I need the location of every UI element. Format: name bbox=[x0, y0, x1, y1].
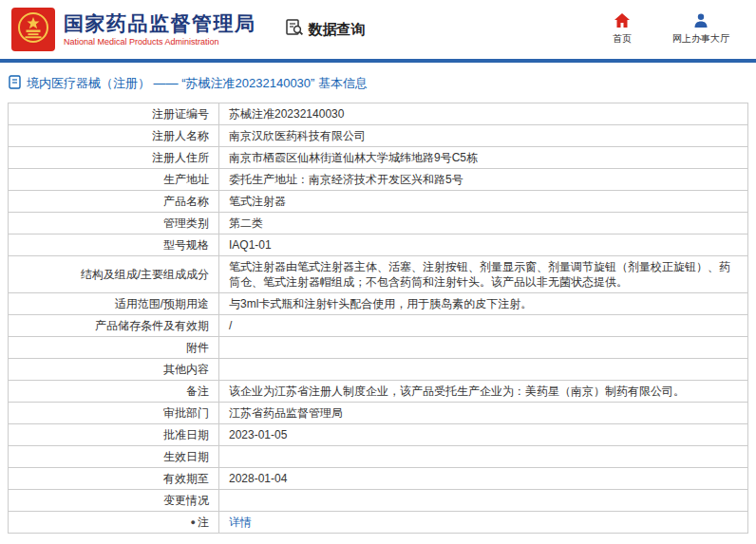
national-emblem-icon bbox=[17, 11, 49, 47]
table-row: 审批部门 江苏省药品监督管理局 bbox=[9, 403, 748, 424]
table-row: 结构及组成/主要组成成分 笔式注射器由笔式注射器主体、活塞、注射按钮、剂量显示窗… bbox=[9, 256, 748, 293]
details-link[interactable]: 详情 bbox=[229, 516, 252, 529]
nav-item-online-hall[interactable]: 网上办事大厅 bbox=[672, 13, 729, 46]
field-value: 2023-01-05 bbox=[219, 424, 748, 446]
field-value: 笔式注射器由笔式注射器主体、活塞、注射按钮、剂量显示窗、剂量调节旋钮（剂量校正旋… bbox=[219, 256, 748, 293]
field-value: 笔式注射器 bbox=[219, 191, 748, 213]
field-label: 附件 bbox=[9, 337, 219, 359]
table-row: ●注 详情 bbox=[9, 512, 748, 534]
nav-item-home[interactable]: 首页 bbox=[606, 13, 638, 46]
field-value: IAQ1-01 bbox=[219, 234, 748, 256]
field-label-note: ●注 bbox=[9, 512, 219, 534]
field-value: 南京市栖霞区仙林街道仙林大学城纬地路9号C5栋 bbox=[219, 147, 748, 169]
field-value bbox=[219, 446, 748, 468]
table-row: 产品储存条件及有效期 / bbox=[9, 315, 748, 337]
field-label: 产品储存条件及有效期 bbox=[9, 315, 219, 337]
field-label: 有效期至 bbox=[9, 468, 219, 490]
agency-name-en: National Medical Products Administration bbox=[64, 37, 256, 47]
field-value: 与3ml卡式瓶和注射针头配合使用，用于胰岛素的皮下注射。 bbox=[219, 293, 748, 315]
field-label: 管理类别 bbox=[9, 213, 219, 234]
table-row: 变更情况 bbox=[9, 490, 748, 512]
field-value: 南京汉欣医药科技有限公司 bbox=[219, 125, 748, 147]
table-row: 批准日期 2023-01-05 bbox=[9, 424, 748, 446]
field-value: 第二类 bbox=[219, 213, 748, 234]
table-row: 注册人住所 南京市栖霞区仙林街道仙林大学城纬地路9号C5栋 bbox=[9, 147, 748, 169]
field-value bbox=[219, 359, 748, 381]
field-label: 批准日期 bbox=[9, 424, 219, 446]
table-row: 管理类别 第二类 bbox=[9, 213, 748, 234]
field-value bbox=[219, 337, 748, 359]
table-row: 备注 该企业为江苏省注册人制度企业，该产品受托生产企业为：美药星（南京）制药有限… bbox=[9, 381, 748, 403]
field-value bbox=[219, 490, 748, 512]
table-row: 生效日期 bbox=[9, 446, 748, 468]
field-label: 审批部门 bbox=[9, 403, 219, 424]
agency-name-zh: 国家药品监督管理局 bbox=[64, 12, 256, 35]
table-row: 注册证编号 苏械注准20232140030 bbox=[9, 103, 748, 125]
field-label: 注 bbox=[198, 516, 209, 529]
field-value: 该企业为江苏省注册人制度企业，该产品受托生产企业为：美药星（南京）制药有限公司。 bbox=[219, 381, 748, 403]
page-header: 国家药品监督管理局 National Medical Products Admi… bbox=[0, 0, 756, 59]
field-label: 变更情况 bbox=[9, 490, 219, 512]
field-label: 型号规格 bbox=[9, 234, 219, 256]
table-row: 产品名称 笔式注射器 bbox=[9, 191, 748, 213]
page-title: 境内医疗器械（注册） —— “苏械注准20232140030” 基本信息 bbox=[27, 75, 368, 92]
field-label: 生效日期 bbox=[9, 446, 219, 468]
table-row: 注册人名称 南京汉欣医药科技有限公司 bbox=[9, 125, 748, 147]
field-value: / bbox=[219, 315, 748, 337]
field-label: 生产地址 bbox=[9, 169, 219, 191]
table-row: 其他内容 bbox=[9, 359, 748, 381]
field-label: 结构及组成/主要组成成分 bbox=[9, 256, 219, 293]
table-row: 适用范围/预期用途 与3ml卡式瓶和注射针头配合使用，用于胰岛素的皮下注射。 bbox=[9, 293, 748, 315]
breadcrumb: 境内医疗器械（注册） —— “苏械注准20232140030” 基本信息 bbox=[0, 63, 756, 99]
table-row: 生产地址 委托生产地址：南京经济技术开发区兴和路5号 bbox=[9, 169, 748, 191]
nav-item-home-label: 首页 bbox=[613, 32, 632, 46]
document-search-icon bbox=[285, 18, 304, 41]
home-icon bbox=[614, 13, 630, 29]
field-label: 其他内容 bbox=[9, 359, 219, 381]
table-row: 附件 bbox=[9, 337, 748, 359]
field-label: 注册人名称 bbox=[9, 125, 219, 147]
person-icon bbox=[693, 13, 709, 29]
nmpa-logo bbox=[11, 8, 55, 51]
clipboard-icon bbox=[9, 75, 21, 92]
field-label: 产品名称 bbox=[9, 191, 219, 213]
field-value-note: 详情 bbox=[219, 512, 748, 534]
registration-info-table: 注册证编号 苏械注准20232140030 注册人名称 南京汉欣医药科技有限公司… bbox=[8, 103, 748, 534]
table-row: 有效期至 2028-01-04 bbox=[9, 468, 748, 490]
data-query-title: 数据查询 bbox=[309, 21, 366, 39]
agency-title-block: 国家药品监督管理局 National Medical Products Admi… bbox=[64, 12, 256, 47]
header-nav: 首页 网上办事大厅 bbox=[606, 13, 743, 46]
field-label: 注册证编号 bbox=[9, 103, 219, 125]
field-label: 备注 bbox=[9, 381, 219, 403]
field-value: 委托生产地址：南京经济技术开发区兴和路5号 bbox=[219, 169, 748, 191]
data-query-section: 数据查询 bbox=[285, 18, 366, 41]
note-bullet-icon: ● bbox=[191, 515, 196, 530]
field-label: 适用范围/预期用途 bbox=[9, 293, 219, 315]
field-value: 苏械注准20232140030 bbox=[219, 103, 748, 125]
nav-item-online-hall-label: 网上办事大厅 bbox=[672, 32, 729, 46]
field-label: 注册人住所 bbox=[9, 147, 219, 169]
table-row: 型号规格 IAQ1-01 bbox=[9, 234, 748, 256]
field-value: 江苏省药品监督管理局 bbox=[219, 403, 748, 424]
field-value: 2028-01-04 bbox=[219, 468, 748, 490]
